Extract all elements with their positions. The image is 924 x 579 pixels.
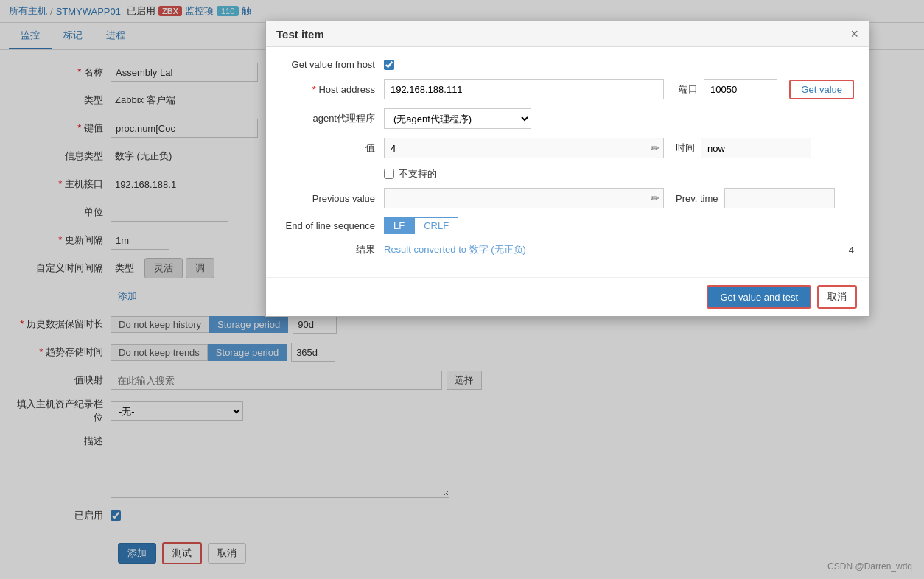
modal-label-get-value: Get value from host <box>281 59 384 70</box>
label-time: 时间 <box>676 141 695 155</box>
modal-overlay[interactable]: Test item × Get value from host Host add… <box>0 0 924 579</box>
prev-edit-icon: ✏ <box>651 192 659 204</box>
modal-row-get-value-from-host: Get value from host <box>281 59 854 70</box>
page-wrapper: 所有主机 / STMYWAPP01 已启用 ZBX 监控项 110 触 监控 标… <box>0 0 924 579</box>
btn-eol-crlf[interactable]: CRLF <box>414 217 458 234</box>
label-port: 端口 <box>679 83 698 96</box>
modal-label-eol: End of line sequence <box>281 220 384 231</box>
btn-cancel-modal[interactable]: 取消 <box>817 285 857 309</box>
modal-close-button[interactable]: × <box>850 27 858 41</box>
btn-get-value-and-test[interactable]: Get value and test <box>707 285 811 309</box>
input-value[interactable] <box>384 138 664 158</box>
result-value: 4 <box>849 245 854 256</box>
modal-dialog: Test item × Get value from host Host add… <box>265 21 869 317</box>
label-prev-time: Prev. time <box>676 193 718 204</box>
edit-icon: ✏ <box>651 142 659 154</box>
modal-label-value: 值 <box>281 141 384 155</box>
input-time[interactable] <box>701 138 811 158</box>
btn-get-value[interactable]: Get value <box>789 80 854 99</box>
modal-row-value: 值 ✏ 时间 <box>281 138 854 158</box>
modal-row-eol: End of line sequence LF CRLF <box>281 217 854 234</box>
modal-title: Test item <box>276 28 324 41</box>
modal-label-host-address: Host address <box>281 84 384 95</box>
input-prev-time[interactable] <box>724 188 835 208</box>
input-prev-value[interactable] <box>384 188 664 208</box>
select-agent[interactable]: (无agent代理程序) <box>384 108 531 129</box>
label-unsupported: 不支持的 <box>399 167 437 180</box>
prev-value-input-wrap: ✏ <box>384 188 664 208</box>
modal-label-agent: agent代理程序 <box>281 112 384 125</box>
eol-buttons: LF CRLF <box>384 217 458 234</box>
input-host-address[interactable] <box>384 79 664 99</box>
modal-row-prev-value: Previous value ✏ Prev. time <box>281 188 854 208</box>
modal-label-result: 结果 <box>281 243 384 256</box>
modal-footer: Get value and test 取消 <box>266 277 869 316</box>
modal-row-result: 结果 Result converted to 数字 (无正负) 4 <box>281 243 854 256</box>
checkbox-get-value-from-host[interactable] <box>384 60 394 70</box>
modal-row-host-address: Host address 端口 Get value <box>281 79 854 99</box>
modal-row-agent: agent代理程序 (无agent代理程序) <box>281 108 854 129</box>
modal-header: Test item × <box>266 21 869 47</box>
input-port[interactable] <box>704 79 777 99</box>
result-text: Result converted to 数字 (无正负) <box>384 243 526 256</box>
checkbox-unsupported[interactable] <box>384 169 394 179</box>
value-input-wrap: ✏ <box>384 138 664 158</box>
modal-body: Get value from host Host address 端口 Get … <box>266 47 869 277</box>
modal-label-prev-value: Previous value <box>281 193 384 204</box>
unsupported-row: 不支持的 <box>384 167 854 180</box>
btn-eol-lf[interactable]: LF <box>384 217 414 234</box>
